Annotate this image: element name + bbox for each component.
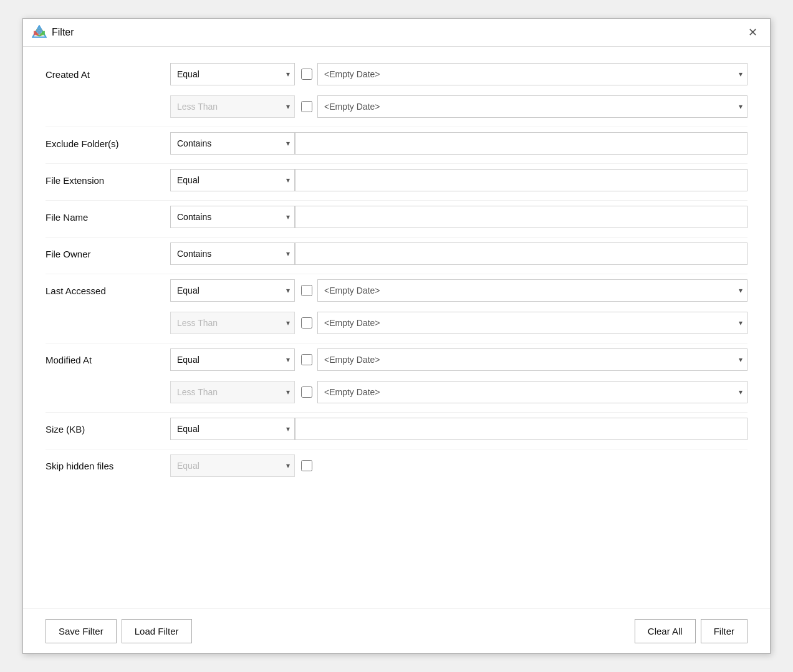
created-at-row1: Created At Equal Less Than Greater Than … bbox=[46, 62, 747, 87]
size-kb-operator-select[interactable]: Equal Less Than Greater Than Between bbox=[170, 418, 295, 440]
load-filter-button[interactable]: Load Filter bbox=[122, 619, 192, 643]
footer-left-buttons: Save Filter Load Filter bbox=[46, 619, 192, 643]
modified-at-checkbox2[interactable] bbox=[301, 386, 312, 398]
created-at-date-select2[interactable]: <Empty Date> bbox=[317, 95, 747, 118]
size-kb-row: Size (KB) Equal Less Than Greater Than B… bbox=[46, 416, 747, 441]
file-extension-operator-select[interactable]: Equal Contains Starts With Ends With bbox=[170, 169, 295, 191]
skip-hidden-row: Skip hidden files Equal ▾ bbox=[46, 453, 747, 478]
created-at-operator-select[interactable]: Equal Less Than Greater Than Between bbox=[170, 63, 295, 85]
exclude-folders-row: Exclude Folder(s) Contains Equal Starts … bbox=[46, 131, 747, 156]
file-owner-label: File Owner bbox=[46, 249, 170, 259]
exclude-folders-label: Exclude Folder(s) bbox=[46, 138, 170, 149]
created-at-operator-wrapper: Equal Less Than Greater Than Between ▾ bbox=[170, 63, 295, 85]
footer-right-buttons: Clear All Filter bbox=[635, 619, 747, 643]
last-accessed-date-wrapper1: <Empty Date> ▾ bbox=[317, 279, 747, 302]
created-at-operator-select2[interactable]: Less Than Equal Greater Than Between bbox=[170, 95, 295, 118]
last-accessed-row2: Last Accessed Less Than Equal Greater Th… bbox=[46, 310, 747, 335]
last-accessed-operator-select[interactable]: Equal Less Than Greater Than Between bbox=[170, 279, 295, 302]
file-owner-row: File Owner Contains Equal Starts With En… bbox=[46, 241, 747, 266]
footer: Save Filter Load Filter Clear All Filter bbox=[23, 608, 770, 653]
modified-at-date-wrapper1: <Empty Date> ▾ bbox=[317, 348, 747, 371]
window-title: Filter bbox=[52, 27, 74, 38]
modified-at-operator2-wrapper: Less Than Equal Greater Than Between ▾ bbox=[170, 381, 295, 403]
modified-at-row1: Modified At Equal Less Than Greater Than… bbox=[46, 347, 747, 372]
clear-all-button[interactable]: Clear All bbox=[635, 619, 696, 643]
size-kb-label: Size (KB) bbox=[46, 424, 170, 434]
created-at-date-row1: <Empty Date> ▾ bbox=[295, 63, 747, 85]
modified-at-date-row1: <Empty Date> ▾ bbox=[295, 348, 747, 371]
modified-at-row2: Modified At Less Than Equal Greater Than… bbox=[46, 380, 747, 405]
modified-at-operator-wrapper: Equal Less Than Greater Than Between ▾ bbox=[170, 348, 295, 371]
last-accessed-date-row2: <Empty Date> ▾ bbox=[295, 312, 747, 334]
modified-at-date-select1[interactable]: <Empty Date> bbox=[317, 348, 747, 371]
file-name-operator-select[interactable]: Contains Equal Starts With Ends With bbox=[170, 206, 295, 228]
created-at-date-wrapper2: <Empty Date> ▾ bbox=[317, 95, 747, 118]
file-owner-operator-select[interactable]: Contains Equal Starts With Ends With bbox=[170, 242, 295, 265]
last-accessed-date-select1[interactable]: <Empty Date> bbox=[317, 279, 747, 302]
last-accessed-date-select2[interactable]: <Empty Date> bbox=[317, 312, 747, 334]
created-at-date-wrapper1: <Empty Date> ▾ bbox=[317, 63, 747, 85]
last-accessed-label: Last Accessed bbox=[46, 286, 170, 296]
last-accessed-operator-wrapper: Equal Less Than Greater Than Between ▾ bbox=[170, 279, 295, 302]
title-bar-left: Filter bbox=[32, 25, 74, 40]
skip-hidden-operator-select[interactable]: Equal bbox=[170, 454, 295, 477]
file-owner-operator-wrapper: Contains Equal Starts With Ends With ▾ bbox=[170, 242, 295, 265]
size-kb-operator-wrapper: Equal Less Than Greater Than Between ▾ bbox=[170, 418, 295, 440]
modified-at-operator-select2[interactable]: Less Than Equal Greater Than Between bbox=[170, 381, 295, 403]
modified-at-date-select2[interactable]: <Empty Date> bbox=[317, 381, 747, 403]
file-extension-operator-wrapper: Equal Contains Starts With Ends With ▾ bbox=[170, 169, 295, 191]
filter-window: Filter ✕ Created At Equal Less Than Grea… bbox=[22, 18, 771, 654]
last-accessed-operator-select2[interactable]: Less Than Equal Greater Than Between bbox=[170, 312, 295, 334]
skip-hidden-label: Skip hidden files bbox=[46, 461, 170, 471]
created-at-label: Created At bbox=[46, 69, 170, 80]
created-at-checkbox2[interactable] bbox=[301, 101, 312, 112]
modified-at-date-wrapper2: <Empty Date> ▾ bbox=[317, 381, 747, 403]
file-name-label: File Name bbox=[46, 212, 170, 223]
modified-at-date-row2: <Empty Date> ▾ bbox=[295, 381, 747, 403]
size-kb-input[interactable] bbox=[295, 418, 747, 440]
exclude-folders-operator-wrapper: Contains Equal Starts With Ends With ▾ bbox=[170, 132, 295, 155]
modified-at-label: Modified At bbox=[46, 355, 170, 365]
file-extension-input[interactable] bbox=[295, 169, 747, 191]
skip-hidden-operator-wrapper: Equal ▾ bbox=[170, 454, 295, 477]
filter-content: Created At Equal Less Than Greater Than … bbox=[23, 47, 770, 608]
last-accessed-operator2-wrapper: Less Than Equal Greater Than Between ▾ bbox=[170, 312, 295, 334]
last-accessed-checkbox1[interactable] bbox=[301, 285, 312, 296]
skip-hidden-checkbox[interactable] bbox=[301, 460, 312, 471]
modified-at-operator-select[interactable]: Equal Less Than Greater Than Between bbox=[170, 348, 295, 371]
created-at-date-row2: <Empty Date> ▾ bbox=[295, 95, 747, 118]
last-accessed-checkbox2[interactable] bbox=[301, 317, 312, 329]
close-button[interactable]: ✕ bbox=[744, 26, 761, 39]
file-name-input[interactable] bbox=[295, 206, 747, 228]
app-icon bbox=[32, 25, 47, 40]
filter-button[interactable]: Filter bbox=[701, 619, 747, 643]
file-owner-input[interactable] bbox=[295, 242, 747, 265]
last-accessed-date-row1: <Empty Date> ▾ bbox=[295, 279, 747, 302]
title-bar: Filter ✕ bbox=[23, 19, 770, 47]
file-name-row: File Name Contains Equal Starts With End… bbox=[46, 204, 747, 229]
created-at-date-select1[interactable]: <Empty Date> bbox=[317, 63, 747, 85]
exclude-folders-operator-select[interactable]: Contains Equal Starts With Ends With bbox=[170, 132, 295, 155]
created-at-operator2-wrapper: Less Than Equal Greater Than Between ▾ bbox=[170, 95, 295, 118]
last-accessed-row1: Last Accessed Equal Less Than Greater Th… bbox=[46, 278, 747, 303]
last-accessed-date-wrapper2: <Empty Date> ▾ bbox=[317, 312, 747, 334]
created-at-checkbox1[interactable] bbox=[301, 69, 312, 80]
file-name-operator-wrapper: Contains Equal Starts With Ends With ▾ bbox=[170, 206, 295, 228]
exclude-folders-input[interactable] bbox=[295, 132, 747, 155]
file-extension-label: File Extension bbox=[46, 175, 170, 186]
created-at-row2: Created At Less Than Equal Greater Than … bbox=[46, 94, 747, 119]
modified-at-checkbox1[interactable] bbox=[301, 354, 312, 365]
save-filter-button[interactable]: Save Filter bbox=[46, 619, 117, 643]
file-extension-row: File Extension Equal Contains Starts Wit… bbox=[46, 168, 747, 193]
